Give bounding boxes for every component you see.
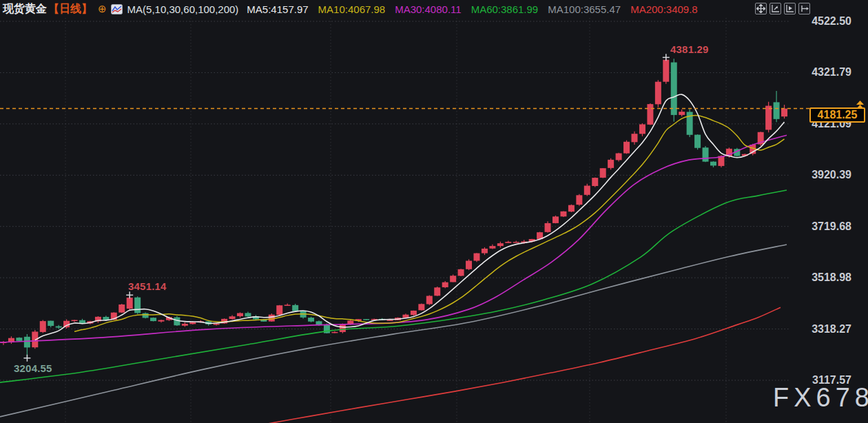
trading-chart-window: 4522.504321.794121.093920.393719.683518.… — [0, 0, 868, 423]
price-chart-svg[interactable] — [0, 0, 868, 423]
ma-legend-item: MA200:3409.8 — [630, 3, 698, 15]
pan-right-icon[interactable] — [784, 3, 796, 14]
ma-legend-item: MA10:4067.98 — [318, 3, 386, 15]
symbol-name: 现货黄金 — [3, 2, 47, 17]
ma-legend-item: MA100:3655.47 — [548, 3, 621, 15]
chart-toolbar — [755, 3, 810, 14]
watermark: FX678 — [773, 383, 868, 413]
ma-legend-item: MA5:4157.97 — [247, 3, 308, 15]
indicator-chart-icon[interactable] — [111, 4, 123, 14]
last-price-tag: 4181.25 — [809, 107, 865, 123]
ma-settings-label: MA(5,10,30,60,100,200) — [127, 3, 239, 15]
period-selector[interactable]: 【日线】 — [48, 2, 92, 17]
ma-legend-item: MA30:4080.11 — [395, 3, 461, 15]
pan-left-icon[interactable] — [769, 3, 781, 14]
go-to-latest-icon[interactable] — [798, 3, 810, 14]
crosshair-move-icon[interactable] — [755, 3, 767, 14]
add-indicator-icon[interactable]: ⊕ — [98, 3, 107, 15]
ma-legend-item: MA60:3861.99 — [471, 3, 539, 15]
ma-legend: MA5:4157.97MA10:4067.98MA30:4080.11MA60:… — [247, 3, 697, 15]
chart-header: 现货黄金 【日线】 ⊕ MA(5,10,30,60,100,200) MA5:4… — [0, 0, 868, 18]
